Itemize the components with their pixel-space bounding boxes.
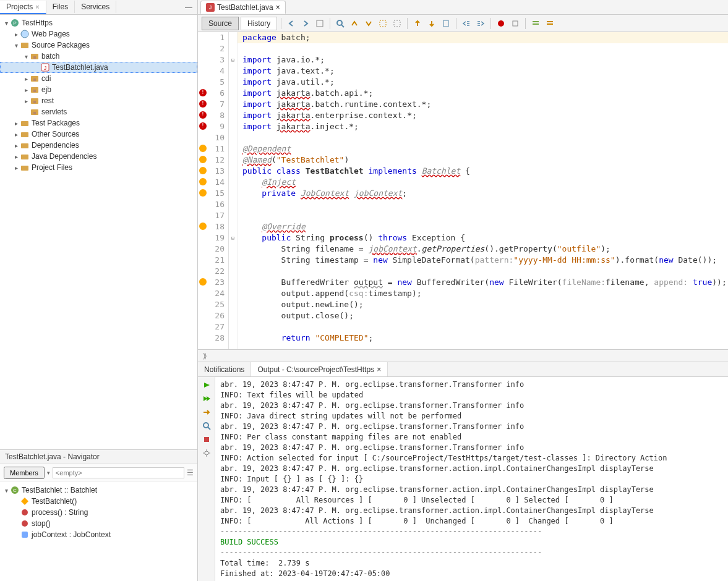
navigator-tree[interactable]: ▾CTestBatchlet :: BatchletTestBatchlet()… xyxy=(0,482,197,581)
breadcrumb-chevron-icon[interactable]: ⟫ xyxy=(203,352,207,360)
fold-icon[interactable]: ⊟ xyxy=(229,232,237,244)
stop-icon[interactable] xyxy=(201,434,212,445)
toolbar-next[interactable] xyxy=(362,17,375,30)
tree-item[interactable]: ▾PTestHttps xyxy=(0,17,197,28)
toolbar-select[interactable] xyxy=(377,17,389,30)
navigator-item[interactable]: jobContext : JobContext xyxy=(0,529,197,540)
code-line[interactable] xyxy=(238,199,728,210)
toolbar-button-forward[interactable] xyxy=(299,17,312,30)
sidebar-tab-projects[interactable]: Projects × xyxy=(0,1,46,14)
rerun-all-icon[interactable] xyxy=(201,393,212,404)
code-line[interactable]: return "COMPLETED"; xyxy=(238,333,728,344)
code-line[interactable]: BufferedWriter output = new BufferedWrit… xyxy=(238,277,728,288)
tree-item[interactable]: ▸Test Packages xyxy=(0,117,197,129)
warning-icon[interactable] xyxy=(199,278,207,286)
toolbar-shift-left[interactable] xyxy=(460,17,473,30)
code-line[interactable]: import java.text.*; xyxy=(238,66,728,77)
navigator-item[interactable]: TestBatchlet() xyxy=(0,496,197,507)
sidebar-tab-files[interactable]: Files xyxy=(46,1,75,13)
code-line[interactable]: String filename = jobContext.getProperti… xyxy=(238,244,728,255)
output-console[interactable]: abr. 19, 2023 8:47:47 P. M. org.eclipse.… xyxy=(215,377,728,581)
navigator-item[interactable]: process() : String xyxy=(0,507,197,518)
source-tab-button[interactable]: Source xyxy=(202,17,239,30)
tree-item[interactable]: ▸Project Files xyxy=(0,162,197,173)
code-line[interactable] xyxy=(238,132,728,143)
code-line[interactable]: String timestamp = new SimpleDateFormat(… xyxy=(238,255,728,266)
code-line[interactable] xyxy=(238,321,728,333)
code-line[interactable]: import jakarta.batch.runtime.context.*; xyxy=(238,99,728,110)
code-line[interactable]: @Override xyxy=(238,221,728,232)
code-line[interactable]: import java.util.*; xyxy=(238,77,728,88)
code-line[interactable]: output.close(); xyxy=(238,310,728,321)
tree-item[interactable]: ▾Source Packages xyxy=(0,40,197,51)
code-line[interactable]: public String process() throws Exception… xyxy=(238,232,728,244)
navigator-item[interactable]: ▾CTestBatchlet :: Batchlet xyxy=(0,485,197,496)
search-icon[interactable] xyxy=(201,420,212,431)
output-tab[interactable]: Output - C:\sourceProject\TestHttps × xyxy=(251,362,388,376)
toolbar-button-back[interactable] xyxy=(285,17,298,30)
tree-item[interactable]: ▸rest xyxy=(0,95,197,106)
code-line[interactable]: import jakarta.batch.api.*; xyxy=(238,88,728,99)
code-line[interactable]: @Dependent xyxy=(238,143,728,155)
error-icon[interactable]: ! xyxy=(199,111,207,119)
members-dropdown[interactable]: Members xyxy=(4,467,45,479)
tree-item[interactable]: ▸Java Dependencies xyxy=(0,151,197,162)
toolbar-goto-next[interactable] xyxy=(426,17,438,30)
sidebar-tab-services[interactable]: Services xyxy=(75,1,116,13)
toolbar-bookmarks[interactable] xyxy=(440,17,452,30)
navigator-filter-input[interactable] xyxy=(53,467,184,478)
warning-icon[interactable] xyxy=(199,223,207,230)
minimize-icon[interactable]: — xyxy=(180,3,197,12)
toolbar-macro-stop[interactable] xyxy=(509,17,521,30)
code-line[interactable]: import jakarta.enterprise.context.*; xyxy=(238,110,728,121)
arrow-right-icon[interactable] xyxy=(201,407,212,418)
toolbar-highlight[interactable] xyxy=(391,17,403,30)
warning-icon[interactable] xyxy=(199,189,207,197)
navigator-item[interactable]: stop() xyxy=(0,518,197,529)
toolbar-uncomment[interactable] xyxy=(544,17,556,30)
project-tree[interactable]: ▾PTestHttps▸Web Pages▾Source Packages▾ba… xyxy=(0,15,197,449)
error-icon[interactable]: ! xyxy=(199,89,207,96)
tree-item[interactable]: JTestBatchlet.java xyxy=(0,62,197,73)
toolbar-dropdown[interactable] xyxy=(314,17,326,30)
tree-item[interactable]: servlets xyxy=(0,106,197,117)
code-line[interactable] xyxy=(238,266,728,277)
error-icon[interactable]: ! xyxy=(199,100,207,108)
tree-item[interactable]: ▸Dependencies xyxy=(0,140,197,151)
tree-item[interactable]: ▸Other Sources xyxy=(0,129,197,140)
code-line[interactable]: package batch; xyxy=(238,32,728,43)
tree-item[interactable]: ▾batch xyxy=(0,51,197,62)
output-tab[interactable]: Notifications xyxy=(198,362,251,376)
settings-icon[interactable] xyxy=(201,447,212,459)
code-line[interactable]: output.newLine(); xyxy=(238,299,728,310)
toolbar-goto-prev[interactable] xyxy=(411,17,424,30)
code-line[interactable] xyxy=(238,210,728,221)
code-line[interactable] xyxy=(238,43,728,54)
warning-icon[interactable] xyxy=(199,156,207,163)
filter-icon[interactable]: ☰ xyxy=(187,469,194,477)
code-line[interactable]: private JobContext jobContext; xyxy=(238,188,728,199)
code-line[interactable]: import java.io.*; xyxy=(238,54,728,66)
editor-tab[interactable]: J TestBatchlet.java × xyxy=(200,1,286,14)
code-line[interactable]: @Inject xyxy=(238,177,728,188)
close-icon[interactable]: × xyxy=(377,365,381,374)
code-line[interactable]: @Named("TestBatchlet") xyxy=(238,155,728,166)
close-icon[interactable]: × xyxy=(276,3,280,12)
toolbar-prev[interactable] xyxy=(348,17,361,30)
warning-icon[interactable] xyxy=(199,167,207,174)
tree-item[interactable]: ▸Web Pages xyxy=(0,28,197,40)
code-line[interactable]: import jakarta.inject.*; xyxy=(238,121,728,132)
code-line[interactable]: public class TestBatchlet implements Bat… xyxy=(238,166,728,177)
toolbar-find[interactable] xyxy=(334,17,346,30)
tree-item[interactable]: ▸ejb xyxy=(0,84,197,95)
toolbar-macro-record[interactable] xyxy=(495,17,507,30)
tree-item[interactable]: ▸cdi xyxy=(0,73,197,84)
warning-icon[interactable] xyxy=(199,178,207,185)
error-icon[interactable]: ! xyxy=(199,122,207,130)
rerun-icon[interactable] xyxy=(201,380,212,391)
toolbar-shift-right[interactable] xyxy=(474,17,487,30)
code-editor[interactable]: 12345!6!7!8!9101112131415161718192021222… xyxy=(198,32,728,349)
code-line[interactable]: output.append(csq:timestamp); xyxy=(238,288,728,299)
close-icon[interactable]: × xyxy=(35,3,39,11)
toolbar-comment[interactable] xyxy=(529,17,542,30)
